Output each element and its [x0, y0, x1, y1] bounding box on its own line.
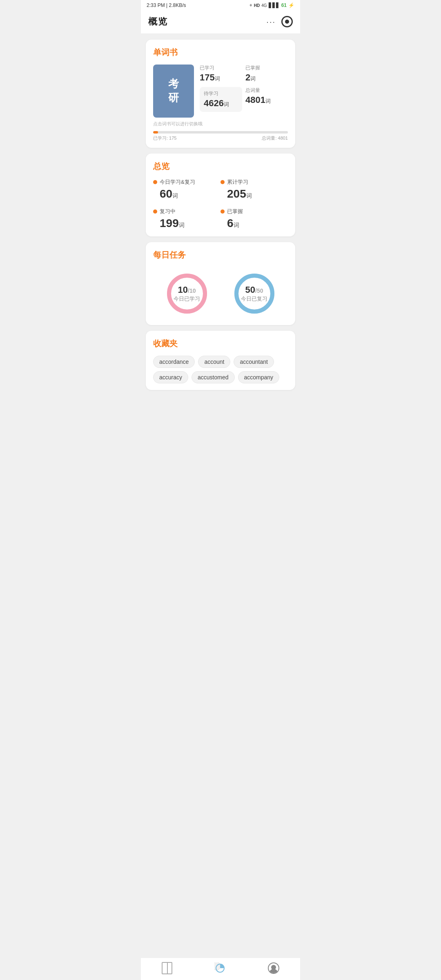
progress-wrap: 已学习: 175 总词量: 4801: [153, 131, 288, 141]
battery-icon: ⚡: [288, 2, 294, 8]
book-cover[interactable]: 考研: [153, 65, 194, 118]
stat-mastered: 已掌握 2词: [245, 65, 288, 83]
overview-label-1: 累计学习: [227, 178, 248, 186]
camera-inner: [285, 20, 289, 24]
overview-value-1: 205词: [220, 187, 288, 200]
favorites-tags: accordance account accountant accuracy a…: [153, 356, 288, 383]
signal-icon: ▋▋▋: [269, 2, 280, 8]
vocab-hint: 点击词书可以进行切换哦: [153, 121, 288, 127]
nav-item-chart[interactable]: [214, 962, 226, 974]
progress-learned-label: 已学习: 175: [153, 135, 176, 141]
tag-accountant[interactable]: accountant: [234, 356, 274, 368]
orange-dot-0: [153, 180, 157, 184]
overview-item-0: 今日学习&复习 60词: [153, 178, 220, 200]
header-icons: ···: [266, 16, 293, 27]
page-title: 概览: [148, 16, 168, 28]
progress-total-label: 总词量: 4801: [262, 135, 288, 141]
circle-study-svg: 10/10 今日已学习: [165, 271, 209, 316]
main-content: 单词书 考研 已学习 175词 已掌握 2词: [141, 34, 300, 419]
overview-card: 总览 今日学习&复习 60词 累计学习 205词: [146, 154, 295, 236]
stat-total-label: 总词量: [245, 87, 288, 94]
status-time: 2:33 PM | 2.8KB/s: [147, 2, 186, 8]
stat-learned-label: 已学习: [200, 65, 242, 71]
daily-task-card: 每日任务 10/10 今日已学习: [146, 242, 295, 325]
circle-study-label: 今日已学习: [174, 295, 200, 303]
daily-task-title: 每日任务: [153, 249, 288, 261]
overview-label-0: 今日学习&复习: [160, 178, 195, 186]
stat-pending-value: 4626词: [204, 98, 238, 109]
overview-value-2: 199词: [153, 217, 220, 230]
vocab-stats: 已学习 175词 已掌握 2词 待学习 4626词: [200, 65, 288, 112]
vocab-card-title: 单词书: [153, 47, 288, 58]
header: 概览 ···: [141, 11, 300, 34]
circle-review-svg: 50/50 今日已复习: [232, 271, 277, 316]
orange-dot-2: [153, 209, 157, 214]
nav-item-user[interactable]: [268, 962, 279, 974]
overview-card-title: 总览: [153, 161, 288, 172]
circle-study: 10/10 今日已学习: [165, 271, 209, 316]
hd-icon: HD: [254, 3, 260, 8]
stat-mastered-value: 2词: [245, 72, 288, 83]
stat-learned: 已学习 175词: [200, 65, 242, 83]
overview-label-3: 已掌握: [227, 208, 243, 215]
stat-pending-label: 待学习: [204, 90, 238, 97]
bluetooth-icon: +: [249, 2, 252, 8]
overview-value-0: 60词: [153, 187, 220, 200]
stat-mastered-label: 已掌握: [245, 65, 288, 71]
user-icon: [268, 962, 279, 974]
tag-account[interactable]: account: [198, 356, 230, 368]
progress-bar-fill: [153, 131, 158, 134]
stat-learned-value: 175词: [200, 72, 242, 83]
daily-circles: 10/10 今日已学习 50/50 今日已复习: [153, 267, 288, 318]
stat-total: 总词量 4801词: [245, 87, 288, 112]
network-icon: 4G: [261, 3, 267, 8]
overview-value-3: 6词: [220, 217, 288, 230]
overview-grid: 今日学习&复习 60词 累计学习 205词 复习中: [153, 178, 288, 230]
favorites-card: 收藏夹 accordance account accountant accura…: [146, 331, 295, 390]
overview-item-2: 复习中 199词: [153, 208, 220, 230]
vocab-card-body: 考研 已学习 175词 已掌握 2词 待学习: [153, 65, 288, 118]
circle-review-label: 今日已复习: [241, 295, 267, 303]
circle-review: 50/50 今日已复习: [232, 271, 277, 316]
overview-item-3: 已掌握 6词: [220, 208, 288, 230]
stat-total-value: 4801词: [245, 95, 288, 105]
status-bar: 2:33 PM | 2.8KB/s + HD 4G ▋▋▋ 61 ⚡: [141, 0, 300, 11]
circle-review-num: 50/50: [245, 285, 263, 295]
overview-item-1: 累计学习 205词: [220, 178, 288, 200]
orange-dot-1: [220, 180, 225, 184]
favorites-title: 收藏夹: [153, 338, 288, 349]
more-icon[interactable]: ···: [266, 17, 276, 27]
orange-dot-3: [220, 209, 225, 214]
stat-pending: 待学习 4626词: [200, 87, 242, 112]
overview-label-2: 复习中: [160, 208, 176, 215]
circle-study-num: 10/10: [178, 285, 196, 295]
nav-item-book[interactable]: [162, 962, 172, 974]
tag-accordance[interactable]: accordance: [153, 356, 195, 368]
battery-level: 61: [281, 2, 287, 8]
vocabulary-book-card: 单词书 考研 已学习 175词 已掌握 2词: [146, 40, 295, 148]
tag-accompany[interactable]: accompany: [238, 371, 280, 383]
bottom-nav: [141, 958, 300, 980]
book-cover-text: 考研: [168, 77, 179, 105]
status-icons: + HD 4G ▋▋▋ 61 ⚡: [249, 2, 294, 8]
progress-bar-bg: [153, 131, 288, 134]
chart-icon: [214, 962, 226, 974]
tag-accuracy[interactable]: accuracy: [153, 371, 188, 383]
book-icon: [162, 962, 172, 974]
camera-icon[interactable]: [281, 16, 293, 27]
progress-labels: 已学习: 175 总词量: 4801: [153, 135, 288, 141]
tag-accustomed[interactable]: accustomed: [192, 371, 234, 383]
